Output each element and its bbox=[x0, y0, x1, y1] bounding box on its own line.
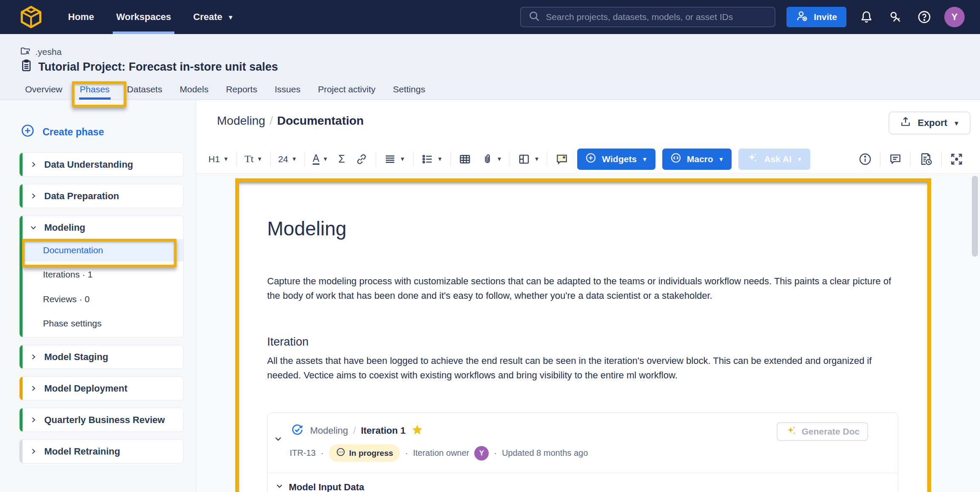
sidebar-item-reviews[interactable]: Reviews · 0 bbox=[20, 288, 183, 310]
document-page[interactable]: Modeling Capture the modeling process wi… bbox=[235, 178, 931, 492]
api-key-icon[interactable] bbox=[886, 8, 904, 26]
formula-button[interactable]: Σ bbox=[333, 153, 350, 165]
nav-item-create[interactable]: Create▼ bbox=[182, 0, 245, 34]
status-badge[interactable]: In progress bbox=[329, 444, 400, 462]
font-family-dropdown[interactable]: Tt▼ bbox=[239, 153, 268, 165]
sidebar-item-label: Documentation bbox=[43, 245, 103, 255]
toolbar-divider bbox=[880, 151, 880, 167]
comments-panel-icon[interactable] bbox=[883, 152, 908, 166]
phase-label: Model Deployment bbox=[44, 383, 128, 394]
invite-button[interactable]: Invite bbox=[786, 7, 846, 27]
version-history-icon[interactable] bbox=[913, 152, 939, 167]
iteration-section-heading[interactable]: Iteration bbox=[267, 335, 899, 349]
text-color-dropdown[interactable]: A▼ bbox=[308, 153, 333, 165]
phase-label: Model Retraining bbox=[44, 446, 120, 457]
macro-button[interactable]: Macro ▼ bbox=[662, 149, 732, 170]
align-dropdown[interactable]: ▼ bbox=[379, 153, 410, 166]
tab-settings[interactable]: Settings bbox=[392, 80, 426, 100]
tab-project-activity[interactable]: Project activity bbox=[317, 80, 376, 100]
generate-doc-button[interactable]: Generate Doc bbox=[777, 422, 868, 441]
toolbar-divider bbox=[547, 151, 547, 167]
sidebar-item-documentation[interactable]: Documentation bbox=[20, 239, 183, 261]
nav-create-label: Create bbox=[193, 11, 222, 23]
chevron-right-icon bbox=[29, 160, 37, 169]
user-plus-icon bbox=[796, 10, 809, 25]
help-icon[interactable] bbox=[915, 8, 933, 26]
plus-circle-icon bbox=[20, 123, 35, 140]
search-input[interactable] bbox=[546, 12, 768, 22]
invite-label: Invite bbox=[814, 12, 837, 22]
owner-label: Iteration owner bbox=[413, 448, 469, 458]
comment-add-button[interactable] bbox=[550, 152, 574, 166]
document-title[interactable]: Modeling bbox=[267, 216, 899, 241]
nav-item-workspaces[interactable]: Workspaces bbox=[105, 0, 182, 34]
phase-card-data-preparation[interactable]: Data Preparation bbox=[19, 184, 184, 208]
phase-label: Quarterly Business Review bbox=[44, 415, 165, 426]
status-label: In progress bbox=[349, 449, 393, 458]
attachment-dropdown[interactable]: ▼ bbox=[476, 153, 507, 165]
project-title: Tutorial Project: Forecast in-store unit… bbox=[38, 60, 278, 74]
breadcrumb-phase[interactable]: Modeling bbox=[217, 114, 265, 127]
tab-models[interactable]: Models bbox=[179, 80, 209, 100]
document-intro-paragraph[interactable]: Capture the modeling process with custom… bbox=[267, 274, 899, 303]
phase-card-data-understanding[interactable]: Data Understanding bbox=[19, 152, 184, 177]
fullscreen-icon[interactable] bbox=[944, 152, 969, 166]
heading-style-dropdown[interactable]: H1▼ bbox=[203, 154, 234, 164]
workspace-name: .yesha bbox=[35, 47, 62, 57]
tab-overview[interactable]: Overview bbox=[24, 80, 63, 100]
sparkle-icon bbox=[785, 425, 797, 439]
chevron-down-icon bbox=[275, 482, 284, 492]
sidebar-item-iterations[interactable]: Iterations · 1 bbox=[20, 263, 183, 286]
nav-item-home[interactable]: Home bbox=[57, 0, 105, 34]
star-icon[interactable] bbox=[411, 423, 424, 438]
model-input-data-section[interactable]: Model Input Data bbox=[268, 473, 898, 492]
export-button[interactable]: Export ▼ bbox=[889, 112, 971, 134]
list-dropdown[interactable]: ▼ bbox=[416, 153, 448, 166]
font-size-dropdown[interactable]: 24▼ bbox=[273, 154, 302, 164]
phase-card-modeling-header[interactable]: Modeling bbox=[20, 216, 183, 239]
user-avatar[interactable]: Y bbox=[944, 7, 965, 27]
chevron-down-icon bbox=[29, 223, 37, 232]
toolbar-divider bbox=[450, 151, 451, 167]
export-icon bbox=[900, 116, 912, 130]
link-button[interactable] bbox=[350, 153, 373, 166]
toolbar-divider bbox=[305, 151, 305, 167]
collapse-chevron-icon[interactable] bbox=[273, 434, 283, 445]
ask-ai-label: Ask AI bbox=[764, 154, 792, 164]
phase-label: Data Understanding bbox=[44, 159, 133, 170]
notifications-bell-icon[interactable] bbox=[858, 8, 875, 26]
top-navbar: Home Workspaces Create▼ Invite bbox=[0, 0, 980, 34]
sidebar-item-phase-settings[interactable]: Phase settings bbox=[20, 312, 183, 335]
chevron-down-icon: ▼ bbox=[642, 156, 648, 163]
iteration-phase[interactable]: Modeling bbox=[310, 425, 348, 436]
layout-columns-dropdown[interactable]: ▼ bbox=[513, 153, 544, 166]
phase-card-quarterly-business-review[interactable]: Quarterly Business Review bbox=[19, 408, 184, 432]
sidebar-item-label: Phase settings bbox=[43, 318, 102, 329]
chevron-down-icon: ▼ bbox=[797, 156, 803, 163]
global-search[interactable] bbox=[520, 7, 775, 27]
widgets-button[interactable]: Widgets ▼ bbox=[577, 149, 655, 170]
workspace-breadcrumb[interactable]: .yesha bbox=[20, 45, 62, 59]
vectice-logo-icon[interactable] bbox=[17, 4, 45, 30]
phases-sidebar: Create phase Data Understanding Data Pre… bbox=[0, 100, 196, 492]
tab-datasets[interactable]: Datasets bbox=[126, 80, 163, 100]
tab-phases[interactable]: Phases bbox=[79, 80, 111, 100]
tab-reports[interactable]: Reports bbox=[225, 80, 258, 100]
generate-doc-label: Generate Doc bbox=[801, 426, 860, 437]
iteration-section-paragraph[interactable]: All the assets that have been logged to … bbox=[267, 354, 899, 383]
tab-issues[interactable]: Issues bbox=[274, 80, 302, 100]
body-columns: Create phase Data Understanding Data Pre… bbox=[0, 100, 980, 492]
ask-ai-button[interactable]: Ask AI ▼ bbox=[738, 149, 810, 170]
owner-initial: Y bbox=[479, 449, 484, 458]
vertical-scrollbar[interactable] bbox=[972, 176, 978, 257]
create-phase-button[interactable]: Create phase bbox=[20, 123, 104, 140]
meta-dot: · bbox=[494, 448, 497, 458]
phase-card-model-staging[interactable]: Model Staging bbox=[19, 345, 184, 369]
table-button[interactable] bbox=[453, 153, 476, 166]
owner-avatar[interactable]: Y bbox=[474, 446, 489, 461]
phase-card-model-retraining[interactable]: Model Retraining bbox=[19, 439, 184, 463]
phase-card-model-deployment[interactable]: Model Deployment bbox=[19, 376, 184, 400]
info-icon[interactable] bbox=[853, 152, 877, 166]
create-phase-label: Create phase bbox=[43, 126, 104, 138]
iteration-name[interactable]: Iteration 1 bbox=[361, 425, 405, 436]
